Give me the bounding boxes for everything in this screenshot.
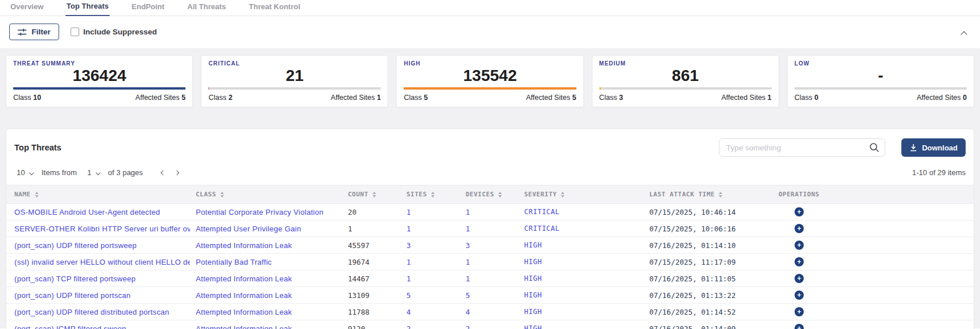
devices-link[interactable]: 1 (460, 220, 518, 237)
sort-icon[interactable] (431, 192, 435, 198)
tab-top-threats[interactable]: Top Threats (65, 2, 110, 16)
sort-icon[interactable] (220, 192, 224, 198)
threat-name-link[interactable]: (port_scan) UDP filtered distributed por… (6, 304, 190, 320)
expand-row-button[interactable]: + (795, 257, 804, 266)
threat-class-link[interactable]: Attempted Information Leak (190, 270, 342, 287)
page-size-select[interactable]: 10 (14, 167, 36, 178)
devices-link[interactable]: 3 (460, 237, 518, 254)
sites-link[interactable]: 2 (401, 320, 460, 329)
search-input[interactable] (719, 138, 885, 157)
sites-link[interactable]: 4 (401, 304, 460, 320)
summary-card-threat-summary: THREAT SUMMARY 136424 Class 10 Affected … (6, 55, 193, 107)
sites-link[interactable]: 1 (401, 204, 460, 220)
threat-name-link[interactable]: (port_scan) TCP filtered portsweep (6, 270, 190, 287)
devices-link[interactable]: 1 (460, 270, 518, 287)
expand-row-button[interactable]: + (795, 307, 804, 316)
chevron-down-icon (96, 170, 100, 175)
last-attack-time-cell: 07/15/2025, 10:06:16 (644, 220, 773, 237)
threat-name-link[interactable]: SERVER-OTHER Kolibri HTTP Server uri buf… (6, 220, 190, 237)
last-attack-time-cell: 07/16/2025, 01:14:10 (644, 237, 773, 254)
sort-icon[interactable] (498, 192, 502, 198)
tab-endpoint[interactable]: EndPoint (130, 2, 165, 16)
threat-class-link[interactable]: Potential Corporate Privacy Violation (190, 204, 342, 220)
include-suppressed-checkbox[interactable] (71, 28, 79, 36)
severity-link[interactable]: HIGH (518, 237, 644, 254)
sites-link[interactable]: 5 (401, 287, 460, 304)
tab-all-threats[interactable]: All Threats (186, 2, 227, 16)
last-attack-time-cell: 07/15/2025, 10:46:14 (644, 204, 773, 220)
expand-row-button[interactable]: + (795, 291, 804, 300)
threat-class-link[interactable]: Attempted Information Leak (190, 287, 342, 304)
threat-class-link[interactable]: Attempted User Privilege Gain (190, 220, 342, 237)
sort-icon[interactable] (373, 192, 376, 198)
threat-class-link[interactable]: Potentially Bad Traffic (190, 254, 342, 270)
sites-link[interactable]: 3 (401, 237, 460, 254)
severity-link[interactable]: CRITICAL (518, 220, 644, 237)
items-from-label: Items from (41, 168, 76, 177)
chevron-up-icon (960, 31, 967, 37)
card-progress-fill (599, 87, 601, 90)
devices-link[interactable]: 5 (460, 287, 518, 304)
severity-link[interactable]: HIGH (518, 320, 644, 329)
filter-button[interactable]: Filter (9, 24, 59, 40)
threat-class-link[interactable]: Attempted Information Leak (190, 304, 342, 320)
devices-link[interactable]: 1 (460, 204, 518, 220)
devices-link[interactable]: 4 (460, 304, 518, 320)
expand-row-button[interactable]: + (795, 224, 804, 233)
last-attack-time-cell: 07/15/2025, 11:17:09 (644, 254, 773, 270)
col-header-severity[interactable]: SEVERITY (518, 185, 644, 204)
col-header-sites[interactable]: SITES (401, 185, 460, 204)
page-select[interactable]: 1 (85, 167, 102, 178)
devices-link[interactable]: 2 (460, 320, 518, 329)
summary-card-medium: MEDIUM 861 Class 3 Affected Sites 1 (592, 55, 779, 107)
threat-name-link[interactable]: (ssl) invalid server HELLO without clien… (6, 254, 190, 270)
count-cell: 13109 (342, 287, 401, 304)
expand-row-button[interactable]: + (795, 324, 804, 329)
devices-link[interactable]: 1 (460, 254, 518, 270)
summary-card-high: HIGH 135542 Class 5 Affected Sites 5 (396, 55, 583, 107)
card-class-stat: Class 5 (404, 94, 428, 102)
include-suppressed-toggle[interactable]: Include Suppressed (71, 28, 157, 36)
sort-icon[interactable] (35, 192, 38, 198)
table-row: (port_scan) TCP filtered portsweep Attem… (6, 270, 974, 287)
next-page-button[interactable] (175, 170, 179, 175)
severity-link[interactable]: HIGH (518, 287, 644, 304)
table-row: (ssl) invalid server HELLO without clien… (6, 254, 974, 270)
severity-link[interactable]: HIGH (518, 304, 644, 320)
tab-threat-kontrol[interactable]: Threat Kontrol (248, 2, 302, 16)
col-header-last-attack-time[interactable]: LAST ATTACK TIME (644, 185, 773, 204)
sites-link[interactable]: 1 (401, 254, 460, 270)
sites-link[interactable]: 1 (401, 220, 460, 237)
summary-card-low: LOW - Class 0 Affected Sites 0 (787, 55, 974, 107)
sort-icon[interactable] (561, 192, 564, 198)
threat-name-link[interactable]: (port_scan) ICMP filtered sweep (6, 320, 190, 329)
col-header-operations: OPERATIONS (773, 185, 974, 204)
expand-row-button[interactable]: + (795, 207, 804, 216)
expand-row-button[interactable]: + (795, 274, 804, 283)
card-progress-fill (404, 87, 576, 90)
threat-class-link[interactable]: Attempted Information Leak (190, 237, 342, 254)
col-header-class[interactable]: CLASS (190, 185, 342, 204)
severity-link[interactable]: HIGH (518, 254, 644, 270)
download-button[interactable]: Download (901, 138, 966, 157)
severity-link[interactable]: CRITICAL (518, 204, 644, 220)
threat-name-link[interactable]: OS-MOBILE Android User-Agent detected (6, 204, 190, 220)
col-header-name[interactable]: NAME (6, 185, 190, 204)
col-header-devices[interactable]: DEVICES (460, 185, 518, 204)
sites-link[interactable]: 1 (401, 270, 460, 287)
content-area: THREAT SUMMARY 136424 Class 10 Affected … (0, 48, 980, 328)
threat-name-link[interactable]: (port_scan) UDP filtered portscan (6, 287, 190, 304)
collapse-panel-button[interactable] (962, 29, 966, 39)
tab-overview[interactable]: Overview (9, 2, 45, 16)
threat-class-link[interactable]: Attempted Information Leak (190, 320, 342, 329)
col-header-count[interactable]: COUNT (342, 185, 401, 204)
filter-button-label: Filter (32, 28, 51, 36)
severity-link[interactable]: HIGH (518, 270, 644, 287)
search-icon[interactable] (869, 142, 880, 153)
threat-name-link[interactable]: (port_scan) UDP filtered portsweep (6, 237, 190, 254)
prev-page-button[interactable] (161, 170, 165, 175)
sort-icon[interactable] (719, 192, 722, 198)
card-class-stat: Class 2 (208, 94, 233, 102)
card-affected-stat: Affected Sites 1 (721, 94, 771, 102)
expand-row-button[interactable]: + (795, 241, 804, 250)
